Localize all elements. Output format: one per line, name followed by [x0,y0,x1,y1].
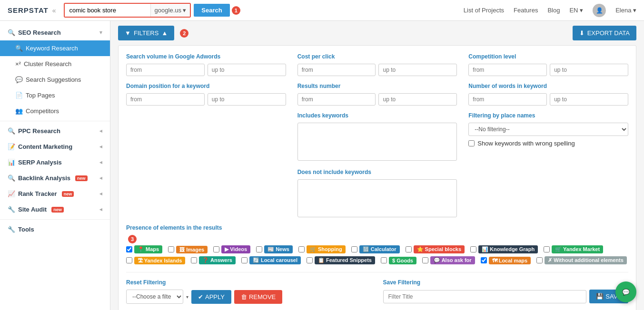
sidebar-item-ppc-label: PPC Research [18,127,60,135]
search-volume-inputs [126,64,286,76]
tag-yandex-islands-checkbox[interactable] [126,257,132,263]
sidebar-item-rank-tracker[interactable]: 📈 Rank Tracker new ◂ [0,186,110,202]
sidebar-item-ppc-research[interactable]: 🔍 PPC Research ◂ [0,123,110,139]
tag-maps-checkbox[interactable] [126,246,132,252]
words-upto[interactable] [550,93,628,106]
tools-icon: 🔧 [8,226,15,233]
tag-yandex-market[interactable]: 🛒 Yandex Market [552,245,603,253]
tag-goods-checkbox[interactable] [381,257,387,263]
search-button[interactable]: Search [194,4,229,17]
domain-position-upto[interactable] [208,93,286,106]
sidebar: 🔍 SEO Research ▾ 🔍 Keyword Research ×² C… [0,21,110,310]
cpc-from[interactable] [297,64,376,76]
choose-filter-select[interactable]: --Choose a filte [126,290,183,304]
collapse-icon[interactable]: « [52,7,56,14]
chat-bubble[interactable]: 💬 [615,281,636,302]
language-selector[interactable]: EN ▾ [569,7,583,14]
sidebar-item-keyword-research[interactable]: 🔍 Keyword Research [0,40,110,56]
tag-calculator[interactable]: 🔢 Calculator [359,245,400,253]
tag-featured-checkbox[interactable] [307,257,313,263]
tag-goods[interactable]: $ Goods [389,257,416,264]
tag-news[interactable]: 📰 News [264,245,293,253]
sidebar-item-top-pages[interactable]: 📄 Top Pages [0,87,110,103]
tag-special-checkbox[interactable] [406,246,412,252]
tag-local-maps-checkbox[interactable] [481,257,487,263]
filters-button[interactable]: ▼ FILTERS ▲ [118,26,174,40]
cpc-upto[interactable] [378,64,457,76]
cpc-inputs [297,64,457,76]
tag-without[interactable]: ✗ Without additional elements [545,256,627,264]
sidebar-item-pages-label: Top Pages [26,92,55,99]
sidebar-item-competitors[interactable]: 👥 Competitors [0,103,110,119]
tag-yandex-islands[interactable]: 🏝 Yandex Islands [134,257,185,264]
serp-icon: 📊 [8,159,15,166]
nav-blog[interactable]: Blog [547,7,560,14]
filter-col-2: Cost per click Results number [297,53,457,219]
excludes-keywords-input[interactable] [297,179,457,217]
tag-item-answers: ❓ Answers [191,256,236,264]
export-button[interactable]: ⬇ EXPORT DATA [573,26,636,40]
sidebar-item-seo-research[interactable]: 🔍 SEO Research ▾ [0,25,110,40]
sidebar-item-content-marketing[interactable]: 📝 Content Marketing ◂ [0,139,110,155]
tag-maps[interactable]: 📍 Maps [134,245,162,253]
domain-position-from[interactable] [126,93,205,106]
tag-special[interactable]: ⭐ Special blocks [414,245,465,253]
tag-also-ask[interactable]: 💬 Also ask for [430,256,475,264]
sidebar-item-cluster-label: Cluster Research [24,60,71,68]
tag-videos[interactable]: ▶ Videos [221,245,250,253]
wrong-spelling-label: Show keywords with wrong spelling [477,140,575,147]
sidebar-item-site-audit[interactable]: 🔧 Site Audit new ◂ [0,202,110,217]
search-engine-label: google.us [155,7,181,14]
nav-projects[interactable]: List of Projects [464,7,504,14]
tag-news-checkbox[interactable] [256,246,262,252]
competition-upto[interactable] [550,64,628,76]
wrong-spelling-checkbox[interactable] [468,140,475,146]
layout: 🔍 SEO Research ▾ 🔍 Keyword Research ×² C… [0,21,644,310]
save-filtering-label: Save Filtering [383,279,629,286]
sidebar-item-search-suggestions[interactable]: 💬 Search Suggestions [0,72,110,87]
tag-carousel[interactable]: 🔄 Local carousel [249,256,301,264]
reset-filtering-label: Reset Filtering [126,279,372,286]
tag-featured[interactable]: 📋 Featured Snippets [315,256,375,264]
search-volume-from[interactable] [126,64,205,76]
tag-item-also-ask: 💬 Also ask for [422,256,475,264]
tag-images-checkbox[interactable] [168,246,174,252]
user-name[interactable]: Elena ▾ [615,7,636,14]
tag-knowledge[interactable]: 📊 Knowledge Graph [478,245,538,253]
sidebar-item-cluster-research[interactable]: ×² Cluster Research [0,56,110,72]
backlink-new-badge: new [75,175,88,181]
avatar: 👤 [593,4,606,17]
words-in-keyword-section: Number of words in keyword [468,83,628,106]
tag-images[interactable]: 🖼 Images [176,246,208,253]
sidebar-item-tools[interactable]: 🔧 Tools [0,222,110,237]
tag-videos-checkbox[interactable] [213,246,219,252]
tag-without-checkbox[interactable] [536,257,543,263]
sidebar-item-backlink-analysis[interactable]: 🔍 Backlink Analysis new ◂ [0,170,110,186]
filter-title-input[interactable] [383,290,587,303]
sidebar-item-rank-label: Rank Tracker [18,190,57,197]
sidebar-item-serp-analysis[interactable]: 📊 SERP Analysis ◂ [0,155,110,170]
apply-filter-button[interactable]: ✔ APPLY [191,290,231,304]
tag-yandex-market-checkbox[interactable] [544,246,550,252]
results-from[interactable] [297,93,376,106]
tag-calculator-checkbox[interactable] [351,246,357,252]
search-volume-upto[interactable] [208,64,286,76]
tag-shopping[interactable]: 🛒 Shopping [307,245,346,253]
nav-features[interactable]: Features [514,7,538,14]
tag-local-maps[interactable]: 🗺 Local maps [489,257,531,264]
includes-keywords-input[interactable] [297,123,457,161]
remove-filter-button[interactable]: 🗑 REMOVE [234,290,282,304]
tag-item-news: 📰 News [256,245,293,253]
place-names-select[interactable]: --No filtering-- [468,123,628,136]
words-from[interactable] [468,93,547,106]
search-input[interactable] [65,4,150,17]
tag-carousel-checkbox[interactable] [241,257,248,263]
tag-knowledge-checkbox[interactable] [470,246,476,252]
tag-shopping-checkbox[interactable] [298,246,305,252]
tag-answers-checkbox[interactable] [191,257,197,263]
tag-also-ask-checkbox[interactable] [422,257,428,263]
competition-from[interactable] [468,64,547,76]
tag-answers[interactable]: ❓ Answers [199,256,236,264]
search-engine-dropdown[interactable]: google.us ▾ [150,4,190,17]
results-upto[interactable] [378,93,457,106]
